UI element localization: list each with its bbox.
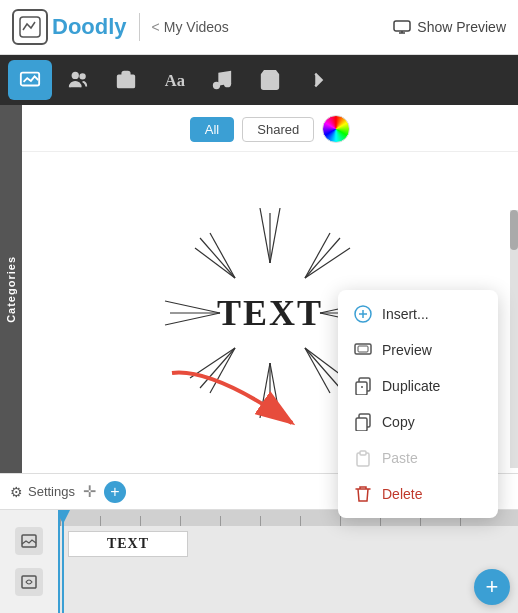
svg-line-37: [210, 233, 235, 278]
categories-label: Categories: [5, 256, 17, 323]
header-divider: [139, 13, 140, 41]
copy-icon: [354, 413, 372, 431]
context-menu-paste: Paste: [338, 440, 498, 476]
settings-button[interactable]: ⚙ Settings: [10, 484, 75, 500]
trash-icon: [354, 485, 372, 503]
nav-back-label: My Videos: [164, 19, 229, 35]
context-menu-duplicate[interactable]: Duplicate: [338, 368, 498, 404]
toolbar-cart-button[interactable]: [248, 60, 292, 100]
duplicate-icon: [354, 377, 372, 395]
scrollbar-thumb[interactable]: [510, 210, 518, 250]
toolbar-props-button[interactable]: [104, 60, 148, 100]
nav-back[interactable]: < My Videos: [152, 19, 229, 35]
toolbar-text-button[interactable]: Aa: [152, 60, 196, 100]
context-duplicate-label: Duplicate: [382, 378, 440, 394]
arrow-indicator: [152, 363, 332, 453]
filter-shared-button[interactable]: Shared: [242, 117, 314, 142]
svg-point-6: [80, 74, 85, 79]
svg-rect-43: [358, 346, 368, 352]
context-menu-copy[interactable]: Copy: [338, 404, 498, 440]
canvas-text-label: TEXT: [217, 292, 323, 334]
show-preview-label: Show Preview: [417, 19, 506, 35]
svg-line-35: [200, 238, 235, 278]
filter-bar: All Shared: [22, 105, 518, 152]
timeline-track: TEXT +: [0, 510, 518, 613]
timeline-clip-text[interactable]: TEXT: [68, 531, 188, 557]
svg-line-34: [165, 313, 220, 325]
show-preview-button[interactable]: Show Preview: [393, 19, 506, 35]
color-wheel-button[interactable]: [322, 115, 350, 143]
add-track-button[interactable]: +: [104, 481, 126, 503]
svg-rect-1: [394, 21, 410, 31]
settings-label: Settings: [28, 484, 75, 499]
svg-line-36: [195, 248, 235, 278]
gear-icon: ⚙: [10, 484, 23, 500]
context-menu-preview[interactable]: Preview: [338, 332, 498, 368]
back-chevron-icon: <: [152, 19, 160, 35]
paste-icon: [354, 449, 372, 467]
add-scene-button[interactable]: +: [474, 569, 510, 605]
svg-rect-45: [356, 382, 367, 395]
svg-point-11: [214, 83, 220, 89]
toolbar-more-button[interactable]: [296, 60, 340, 100]
text-element[interactable]: TEXT: [217, 292, 323, 334]
track-audio-icon[interactable]: [15, 568, 43, 596]
timeline-row-audio: [68, 562, 510, 586]
plus-circle-icon: [354, 305, 372, 323]
filter-all-button[interactable]: All: [190, 117, 234, 142]
clip-text-label: TEXT: [107, 536, 149, 552]
context-paste-label: Paste: [382, 450, 418, 466]
svg-line-19: [305, 233, 330, 278]
svg-line-15: [260, 208, 270, 263]
move-icon[interactable]: ✛: [83, 482, 96, 501]
main-area: Categories All Shared: [0, 105, 518, 473]
toolbar: Aa: [0, 55, 518, 105]
categories-sidebar[interactable]: Categories: [0, 105, 22, 473]
svg-line-16: [270, 208, 280, 263]
svg-text:Aa: Aa: [165, 71, 185, 90]
context-insert-label: Insert...: [382, 306, 429, 322]
header: Doodly < My Videos Show Preview: [0, 0, 518, 55]
playhead[interactable]: [62, 510, 64, 613]
context-preview-label: Preview: [382, 342, 432, 358]
context-menu-delete[interactable]: Delete: [338, 476, 498, 512]
svg-point-5: [73, 73, 79, 79]
logo-icon: [12, 9, 48, 45]
svg-line-33: [165, 301, 220, 313]
svg-point-12: [225, 81, 231, 87]
context-delete-label: Delete: [382, 486, 422, 502]
logo: Doodly: [12, 9, 127, 45]
context-menu-insert[interactable]: Insert...: [338, 296, 498, 332]
logo-text: Doodly: [52, 14, 127, 40]
scrollbar[interactable]: [510, 210, 518, 468]
toolbar-music-button[interactable]: [200, 60, 244, 100]
toolbar-people-button[interactable]: [56, 60, 100, 100]
track-image-icon[interactable]: [15, 527, 43, 555]
timeline-left-panel: [0, 510, 60, 613]
preview-icon: [354, 341, 372, 359]
svg-rect-50: [360, 451, 366, 455]
toolbar-image-button[interactable]: [8, 60, 52, 100]
timeline-content: TEXT: [60, 510, 518, 613]
timeline-row-text: TEXT: [68, 530, 510, 558]
monitor-icon: [393, 20, 411, 34]
svg-rect-52: [22, 576, 36, 588]
context-copy-label: Copy: [382, 414, 415, 430]
context-menu: Insert... Preview Duplicate: [338, 290, 498, 518]
svg-rect-48: [356, 418, 367, 431]
